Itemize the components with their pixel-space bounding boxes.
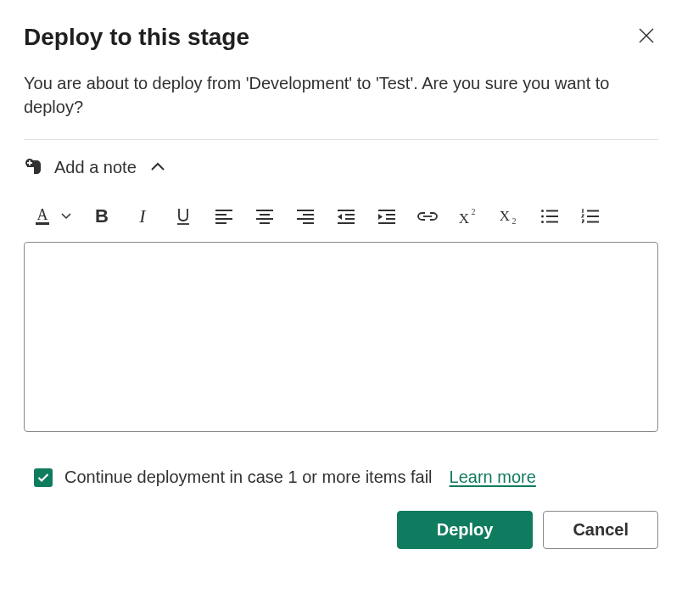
outdent-icon xyxy=(337,209,355,224)
align-right-button[interactable] xyxy=(293,204,317,228)
superscript-icon: X 2 xyxy=(458,208,478,225)
dialog-description: You are about to deploy from 'Developmen… xyxy=(24,71,658,119)
bulleted-list-icon xyxy=(540,209,559,224)
note-label: Add a note xyxy=(54,158,137,177)
dialog-buttons: Deploy Cancel xyxy=(24,511,658,549)
cancel-button[interactable]: Cancel xyxy=(543,511,658,549)
close-icon xyxy=(638,27,655,44)
font-color-icon: A xyxy=(34,207,51,226)
align-center-button[interactable] xyxy=(253,204,277,228)
align-left-button[interactable] xyxy=(212,204,236,228)
subscript-button[interactable]: X 2 xyxy=(497,204,521,228)
continue-on-fail-checkbox[interactable] xyxy=(34,468,53,487)
deploy-button[interactable]: Deploy xyxy=(397,511,534,549)
numbered-list-icon xyxy=(581,209,600,224)
svg-marker-29 xyxy=(378,214,383,220)
svg-text:2: 2 xyxy=(512,216,517,225)
align-center-icon xyxy=(255,209,274,224)
svg-text:X: X xyxy=(500,208,510,224)
bold-icon: B xyxy=(95,205,109,227)
font-color-dropdown-button[interactable] xyxy=(59,204,73,228)
divider xyxy=(24,139,658,140)
chevron-up-icon xyxy=(150,162,165,172)
svg-rect-6 xyxy=(36,222,49,225)
font-color-group: A xyxy=(31,204,73,228)
svg-text:A: A xyxy=(37,207,48,223)
link-button[interactable] xyxy=(416,204,439,228)
note-icon xyxy=(24,157,44,177)
align-left-icon xyxy=(215,209,233,224)
dialog-title: Deploy to this stage xyxy=(24,24,249,51)
dialog-header: Deploy to this stage xyxy=(24,24,658,51)
note-editor[interactable] xyxy=(24,242,658,432)
svg-point-37 xyxy=(541,216,544,218)
superscript-button[interactable]: X 2 xyxy=(456,204,480,228)
learn-more-link[interactable]: Learn more xyxy=(450,468,536,487)
align-right-icon xyxy=(296,209,315,224)
svg-text:X: X xyxy=(459,210,469,225)
close-button[interactable] xyxy=(634,24,658,48)
underline-button[interactable] xyxy=(171,204,195,228)
note-section-header: Add a note xyxy=(24,157,658,177)
numbered-list-button[interactable] xyxy=(579,204,602,228)
indent-icon xyxy=(377,209,396,224)
outdent-button[interactable] xyxy=(334,204,358,228)
checkmark-icon xyxy=(37,473,49,483)
svg-text:2: 2 xyxy=(472,208,476,216)
bulleted-list-button[interactable] xyxy=(538,204,562,228)
italic-button[interactable]: I xyxy=(131,204,154,228)
svg-point-39 xyxy=(541,221,544,223)
editor-toolbar: A B I xyxy=(24,198,658,242)
svg-marker-24 xyxy=(338,214,342,220)
link-icon xyxy=(417,210,438,222)
continue-on-fail-row: Continue deployment in case 1 or more it… xyxy=(34,468,658,487)
bold-button[interactable]: B xyxy=(90,204,114,228)
font-color-button[interactable]: A xyxy=(31,204,54,228)
collapse-note-button[interactable] xyxy=(147,159,169,176)
subscript-icon: X 2 xyxy=(499,208,519,225)
underline-icon xyxy=(175,207,192,226)
svg-point-35 xyxy=(541,210,544,212)
chevron-down-icon xyxy=(61,213,71,220)
continue-on-fail-label: Continue deployment in case 1 or more it… xyxy=(64,468,433,487)
italic-icon: I xyxy=(139,205,145,227)
indent-button[interactable] xyxy=(375,204,399,228)
